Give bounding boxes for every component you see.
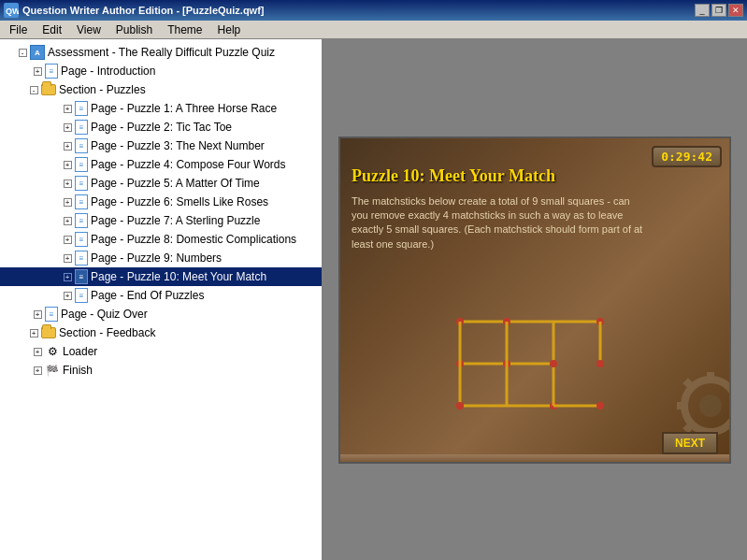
tree-item-intro[interactable]: + ≡ Page - Introduction: [0, 62, 322, 80]
page-icon-intro: ≡: [45, 64, 58, 79]
timer-display: 0:29:42: [652, 146, 722, 167]
tree-finish[interactable]: + 🏁 Finish: [0, 361, 322, 380]
label-quiz-over: Page - Quiz Over: [61, 308, 148, 321]
page-icon-p9: ≡: [75, 251, 88, 266]
label-p4: Page - Puzzle 4: Compose Four Words: [91, 158, 286, 171]
page-icon-p2: ≡: [75, 120, 88, 135]
expand-p2[interactable]: +: [60, 120, 75, 135]
label-p9: Page - Puzzle 9: Numbers: [91, 251, 222, 265]
puzzle-description: The matchsticks below create a total of …: [352, 194, 645, 252]
expand-p1[interactable]: +: [60, 101, 75, 116]
tree-loader[interactable]: + ⚙ Loader: [0, 342, 322, 361]
assessment-label: Assessment - The Really Difficult Puzzle…: [48, 46, 275, 59]
expand-p6[interactable]: +: [60, 194, 75, 209]
window-title: Question Writer Author Edition - [Puzzle…: [22, 5, 695, 16]
minimize-button[interactable]: _: [695, 4, 710, 17]
finish-icon: 🏁: [45, 363, 60, 378]
label-finish: Finish: [63, 364, 93, 377]
expand-p7[interactable]: +: [60, 213, 75, 228]
tree-puzzle10[interactable]: + ≡ Page - Puzzle 10: Meet Your Match: [0, 267, 322, 286]
menu-help[interactable]: Help: [210, 22, 249, 38]
expand-p4[interactable]: +: [60, 157, 75, 172]
loader-icon: ⚙: [45, 344, 60, 359]
title-bar: QW Question Writer Author Edition - [Puz…: [0, 0, 747, 21]
tree-section-feedback[interactable]: + Section - Feedback: [0, 323, 322, 342]
page-icon-p3: ≡: [75, 138, 88, 153]
menu-publish[interactable]: Publish: [108, 22, 160, 38]
puzzle-title: Puzzle 10: Meet Your Match: [352, 166, 555, 186]
page-icon-p5: ≡: [75, 176, 88, 191]
svg-rect-32: [677, 402, 686, 409]
tree-puzzle3[interactable]: + ≡ Page - Puzzle 3: The Next Number: [0, 136, 322, 155]
tree-puzzle5[interactable]: + ≡ Page - Puzzle 5: A Matter Of Time: [0, 174, 322, 193]
page-icon-p6: ≡: [75, 194, 88, 209]
tree-puzzle8[interactable]: + ≡ Page - Puzzle 8: Domestic Complicati…: [0, 230, 322, 249]
tree-quiz-over[interactable]: + ≡ Page - Quiz Over: [0, 305, 322, 323]
tree-puzzle9[interactable]: + ≡ Page - Puzzle 9: Numbers: [0, 249, 322, 267]
label-p1: Page - Puzzle 1: A Three Horse Race: [91, 102, 277, 115]
page-icon-p7: ≡: [75, 213, 88, 228]
menu-bar: File Edit View Publish Theme Help: [0, 21, 747, 39]
expand-quiz-over[interactable]: +: [30, 307, 45, 322]
restore-button[interactable]: ❐: [711, 4, 726, 17]
close-button[interactable]: ✕: [728, 4, 743, 17]
svg-point-27: [456, 402, 464, 409]
page-icon-p10: ≡: [75, 269, 88, 284]
quiz-preview: 0:29:42 Puzzle 10: Meet Your Match The m…: [338, 136, 731, 464]
label-p6: Page - Puzzle 6: Smells Like Roses: [91, 195, 268, 208]
expand-p10[interactable]: +: [60, 269, 75, 284]
label-p5: Page - Puzzle 5: A Matter Of Time: [91, 177, 260, 190]
expand-end[interactable]: +: [60, 288, 75, 303]
tree-view: - A Assessment - The Really Difficult Pu…: [0, 39, 322, 383]
expand-p8[interactable]: +: [60, 232, 75, 247]
main-layout: - A Assessment - The Really Difficult Pu…: [0, 39, 747, 560]
label-loader: Loader: [63, 345, 97, 358]
page-icon-quiz-over: ≡: [45, 307, 58, 322]
tree-assessment[interactable]: - A Assessment - The Really Difficult Pu…: [0, 43, 322, 62]
assessment-icon: A: [30, 45, 45, 60]
expand-finish[interactable]: +: [30, 363, 45, 378]
tree-puzzle6[interactable]: + ≡ Page - Puzzle 6: Smells Like Roses: [0, 193, 322, 211]
expand-puzzles[interactable]: -: [26, 82, 41, 97]
tree-puzzle7[interactable]: + ≡ Page - Puzzle 7: A Sterling Puzzle: [0, 211, 322, 230]
menu-edit[interactable]: Edit: [35, 22, 69, 38]
app-icon: QW: [4, 3, 19, 18]
svg-point-17: [596, 402, 604, 409]
label-p8: Page - Puzzle 8: Domestic Complications: [91, 233, 296, 246]
expand-p3[interactable]: +: [60, 138, 75, 153]
svg-point-29: [699, 395, 722, 417]
tree-section-puzzles[interactable]: - Section - Puzzles: [0, 80, 322, 99]
page-icon-p1: ≡: [75, 101, 88, 116]
tree-end-puzzles[interactable]: + ≡ Page - End Of Puzzles: [0, 286, 322, 305]
menu-view[interactable]: View: [69, 22, 108, 38]
tree-puzzle2[interactable]: + ≡ Page - Puzzle 2: Tic Tac Toe: [0, 118, 322, 136]
bottom-bar: [340, 454, 729, 462]
folder-icon-feedback: [41, 327, 56, 338]
expand-assessment[interactable]: -: [15, 45, 30, 60]
preview-panel: 0:29:42 Puzzle 10: Meet Your Match The m…: [323, 39, 747, 560]
expand-p5[interactable]: +: [60, 176, 75, 191]
tree-puzzle1[interactable]: + ≡ Page - Puzzle 1: A Three Horse Race: [0, 99, 322, 118]
page-icon-p8: ≡: [75, 232, 88, 247]
window-controls: _ ❐ ✕: [695, 4, 743, 17]
label-p3: Page - Puzzle 3: The Next Number: [91, 139, 265, 152]
tree-panel: - A Assessment - The Really Difficult Pu…: [0, 39, 323, 560]
expand-intro[interactable]: +: [30, 64, 45, 79]
expand-feedback[interactable]: +: [26, 325, 41, 340]
svg-point-25: [550, 360, 557, 367]
menu-theme[interactable]: Theme: [160, 22, 209, 38]
tree-puzzle4[interactable]: + ≡ Page - Puzzle 4: Compose Four Words: [0, 155, 322, 174]
next-button[interactable]: NEXT: [662, 432, 718, 454]
label-section-feedback: Section - Feedback: [59, 326, 155, 339]
label-p7: Page - Puzzle 7: A Sterling Puzzle: [91, 214, 260, 227]
label-p2: Page - Puzzle 2: Tic Tac Toe: [91, 121, 232, 134]
folder-icon-puzzles: [41, 84, 56, 95]
page-icon-end: ≡: [75, 288, 88, 303]
svg-text:QW: QW: [6, 7, 19, 16]
expand-loader[interactable]: +: [30, 344, 45, 359]
matchstick-svg: [441, 303, 628, 424]
expand-p9[interactable]: +: [60, 251, 75, 266]
menu-file[interactable]: File: [2, 22, 35, 38]
label-end: Page - End Of Puzzles: [91, 289, 204, 302]
matchstick-puzzle: [441, 303, 628, 424]
